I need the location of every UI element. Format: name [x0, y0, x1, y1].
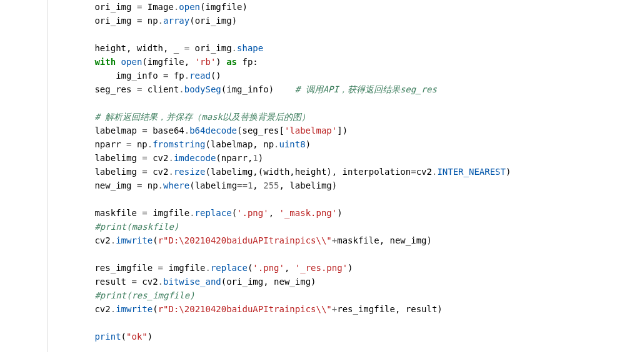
code-token: res_imgfile, result) [337, 304, 443, 314]
code-token: '_mask.png' [279, 208, 338, 218]
code-token: '_res.png' [295, 263, 348, 273]
code-token: # 解析返回结果，并保存（mask以及替换背景后的图） [94, 112, 310, 122]
code-token: (seg_res[ [237, 125, 284, 135]
code-token: as [226, 57, 237, 67]
code-token: print [94, 332, 121, 342]
code-token: . [274, 139, 279, 149]
code-line: cv2.imwrite(r"D:\20210420baiduAPItrainpi… [53, 235, 432, 245]
code-token: new_img [94, 180, 136, 190]
code-line: seg_res = client.bodySeg(img_info) # 调用A… [53, 84, 437, 94]
code-token: () [211, 71, 221, 81]
code-block: ori_img = Image.open(imgfile) ori_img = … [47, 0, 632, 352]
code-token: + [332, 235, 337, 245]
code-token: (labelmap, np [205, 139, 274, 149]
code-token: bodySeg [184, 84, 221, 94]
code-token: labelimg [94, 167, 142, 177]
code-token: labelmap [94, 125, 142, 135]
code-token: replace [211, 263, 248, 273]
code-token: imwrite [116, 235, 153, 245]
code-token: (ori_img, new_img) [221, 277, 316, 287]
code-token: res_imgfile [94, 263, 158, 273]
code-token: #print(res_imgfile) [94, 290, 194, 300]
code-token: replace [195, 208, 232, 218]
code-token: ) [258, 153, 263, 163]
code-token: . [111, 304, 116, 314]
code-token: = [184, 43, 189, 53]
code-token: = [142, 208, 147, 218]
code-line: ori_img = np.array(ori_img) [53, 16, 237, 26]
code-token: ) [337, 208, 342, 218]
code-line: labelmap = base64.b64decode(seg_res['lab… [53, 125, 348, 135]
code-token: (imgfile) [200, 2, 248, 12]
code-token: result [94, 277, 131, 287]
code-line: print("ok") [53, 332, 153, 342]
code-token: cv2 [416, 167, 432, 177]
code-token: uint8 [279, 139, 306, 149]
code-token: imgfile [163, 263, 205, 273]
code-token: . [184, 71, 189, 81]
code-token: = [142, 125, 147, 135]
code-token: ]) [337, 125, 348, 135]
code-token: (ori_img) [189, 16, 237, 26]
code-token: b64decode [189, 125, 237, 135]
code-token: Image [142, 2, 174, 12]
code-token: maskfile, new_img) [337, 235, 432, 245]
code-token: '.png' [237, 208, 269, 218]
code-token: np [142, 16, 158, 26]
code-token: "ok" [126, 332, 148, 342]
code-token: where [163, 180, 189, 190]
code-line: res_imgfile = imgfile.replace('.png', '_… [53, 263, 353, 273]
code-token: . [158, 277, 163, 287]
code-token: maskfile [94, 208, 142, 218]
code-line: labelimg = cv2.resize(labelimg,(width,he… [53, 167, 511, 177]
code-token: open [179, 2, 200, 12]
code-token: . [179, 84, 184, 94]
code-token: np [142, 180, 158, 190]
code-token: . [205, 263, 210, 273]
code-token: . [148, 139, 153, 149]
code-token [116, 57, 121, 67]
code-token: (img_info) [221, 84, 295, 94]
code-line: cv2.imwrite(r"D:\20210420baiduAPItrainpi… [53, 304, 443, 314]
code-token: #print(maskfile) [94, 222, 179, 232]
code-token: fromstring [153, 139, 205, 149]
code-token: '.png' [253, 263, 284, 273]
code-token: , labelimg) [279, 180, 338, 190]
code-token: resize [174, 167, 206, 177]
code-token: nparr [94, 139, 126, 149]
code-token: = [131, 277, 136, 287]
code-token: ) [506, 167, 511, 177]
code-token: cv2 [137, 277, 158, 287]
code-token: fp: [237, 57, 258, 67]
code-token: # 调用API，获得返回结果seg_res [295, 84, 437, 94]
code-token: . [232, 43, 237, 53]
code-line: result = cv2.bitwise_and(ori_img, new_im… [53, 277, 316, 287]
code-content[interactable]: ori_img = Image.open(imgfile) ori_img = … [48, 0, 632, 343]
code-token: 255 [263, 180, 279, 190]
code-token: . [111, 235, 116, 245]
code-line: with open(imgfile, 'rb') as fp: [53, 57, 258, 67]
code-token: ori_img [94, 2, 136, 12]
code-token: . [168, 153, 173, 163]
code-token: read [189, 71, 211, 81]
code-token: r"D:\20210420baiduAPItrainpics\\" [158, 304, 332, 314]
code-token: cv2 [94, 235, 110, 245]
code-token: = [158, 263, 163, 273]
code-token: (labelimg,(width,height), interpolation [205, 167, 411, 177]
code-token: seg_res [94, 84, 136, 94]
code-token: (nparr, [216, 153, 253, 163]
code-token: . [184, 125, 189, 135]
code-token: with [94, 57, 116, 67]
code-token: ( [121, 332, 126, 342]
code-token: ori_img [94, 16, 136, 26]
code-token: == [237, 180, 248, 190]
code-token: imdecode [174, 153, 216, 163]
code-line: ori_img = Image.open(imgfile) [53, 2, 248, 12]
code-token: 1 [253, 153, 258, 163]
code-token: height, width, _ [94, 43, 184, 53]
code-line: img_info = fp.read() [53, 71, 221, 81]
code-token: bitwise_and [163, 277, 221, 287]
code-token: = [411, 167, 416, 177]
code-token: (labelimg [189, 180, 237, 190]
code-token: = [142, 167, 147, 177]
